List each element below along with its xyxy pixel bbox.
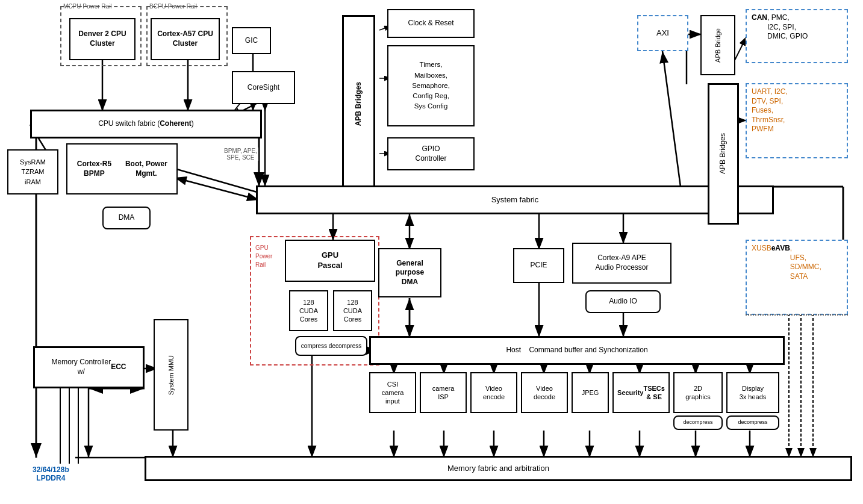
lpddr4-label: 32/64/128bLPDDR4 (31, 465, 70, 482)
video-encode-box: Videoencode (470, 372, 517, 413)
cortex-a57-box: Cortex-A57 CPU Cluster (151, 18, 220, 60)
audio-io-box: Audio IO (585, 290, 661, 313)
svg-line-62 (735, 36, 747, 60)
decompress-2d-box: decompress (673, 415, 723, 430)
graphics-2d-box: 2Dgraphics (673, 372, 723, 413)
camera-isp-box: cameraISP (420, 372, 467, 413)
svg-line-52 (175, 178, 259, 200)
apb-bridge-right-box: APB Bridge (700, 15, 735, 75)
dma-box: DMA (102, 207, 151, 229)
cuda2-box: 128CUDACores (333, 290, 372, 331)
memory-ctrl-box: Memory Controllerw/ECC (33, 346, 145, 388)
cpu-switch-fabric-box: CPU switch fabric (Coherent) (30, 110, 262, 138)
cuda1-box: 128CUDACores (289, 290, 328, 331)
display-heads-box: Display3x heads (726, 372, 779, 413)
apb-bridges-top-box: APB Bridges (342, 15, 375, 193)
apb-bridges-right-box: APB Bridges (708, 83, 739, 225)
block-diagram: MCPU Power Rail BCPU Power Rail Denver 2… (0, 0, 863, 504)
security-box: SecurityTSECs& SE (612, 372, 670, 413)
system-fabric-box: System fabric (256, 185, 774, 214)
compress-box: compress decompress (295, 336, 367, 356)
clock-reset-box: Clock & Reset (387, 9, 475, 38)
cortex-r5-box: Cortex-R5 BPMPBoot, Power Mgmt. (66, 143, 178, 194)
csi-camera-box: CSIcamerainput (369, 372, 416, 413)
host-cmd-box: Host Command buffer and Synchonization (369, 336, 785, 365)
video-decode-box: Videodecode (521, 372, 568, 413)
axi-box: AXI (637, 15, 688, 51)
xusb-box: XUSBeAVB,UFS,SD/MMC,SATA (746, 240, 848, 315)
bpmp-label: BPMP, APE,SPE, SCE (223, 148, 258, 161)
coresight-box: CoreSight (232, 71, 295, 104)
decompress-disp-box: decompress (726, 415, 779, 430)
uart-i2c-box: UART, I2C,DTV, SPI,Fuses,ThrmSnsr,PWFM (746, 83, 848, 158)
timers-box: Timers,Mailboxes,Semaphore,Config Reg,Sy… (387, 45, 475, 126)
jpeg-box: JPEG (572, 372, 609, 413)
pcie-box: PCIE (513, 248, 564, 283)
gpio-ctrl-box: GPIOController (387, 137, 475, 170)
memory-fabric-box: Memory fabric and arbitration (145, 456, 852, 481)
denver2-box: Denver 2 CPU Cluster (69, 18, 136, 60)
gpu-pascal-box: GPUPascal (285, 240, 375, 282)
cortex-a9-box: Cortex-A9 APEAudio Processor (572, 243, 671, 284)
general-dma-box: GeneralpurposeDMA (378, 248, 441, 297)
svg-line-53 (175, 169, 259, 193)
svg-line-20 (662, 51, 681, 187)
can-pmc-box: CAN, PMC,I2C, SPI,DMIC, GPIO (746, 9, 848, 63)
gic-box: GIC (232, 27, 271, 54)
sysram-box: SysRAMTZRAMiRAM (7, 149, 58, 194)
system-mmu-box: System MMU (154, 319, 188, 431)
